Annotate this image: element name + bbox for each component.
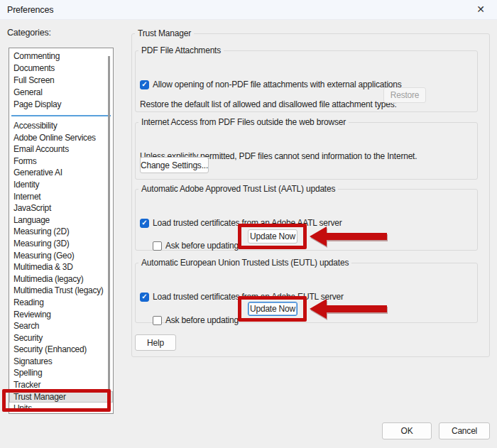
eutl-load-checkbox[interactable]: ✓ [140, 293, 149, 302]
dialog-title: Preferences [7, 5, 53, 15]
ok-button[interactable]: OK [382, 422, 432, 439]
sidebar-item-units[interactable]: Units [9, 403, 113, 414]
sidebar-item-trust-manager[interactable]: Trust Manager [9, 391, 113, 403]
sidebar-item-documents[interactable]: Documents [9, 62, 113, 75]
allow-non-pdf-label: Allow opening of non-PDF file attachment… [153, 80, 402, 89]
sidebar-item-forms[interactable]: Forms [9, 155, 113, 168]
sidebar-item-multimedia-trust-legacy[interactable]: Multimedia Trust (legacy) [9, 285, 113, 297]
help-button-label: Help [147, 338, 164, 348]
cancel-button-label: Cancel [452, 426, 477, 436]
sidebar-item-security[interactable]: Security [9, 332, 113, 344]
sidebar-item-javascript[interactable]: JavaScript [9, 202, 113, 214]
sidebar-item-security-enhanced[interactable]: Security (Enhanced) [9, 344, 113, 356]
eutl-group: Automatic European Union Trusted Lists (… [135, 258, 478, 323]
sidebar-item-spelling[interactable]: Spelling [9, 367, 113, 379]
sidebar-item-identity[interactable]: Identity [9, 179, 113, 191]
category-listbox: CommentingDocumentsFull ScreenGeneralPag… [9, 48, 114, 414]
sidebar-item-multimedia-legacy[interactable]: Multimedia (legacy) [9, 273, 113, 285]
aatl-group: Automatic Adobe Approved Trust List (AAT… [135, 184, 478, 251]
eutl-ask-label: Ask before updating [165, 315, 239, 325]
sidebar-item-reviewing[interactable]: Reviewing [9, 309, 113, 321]
aatl-legend: Automatic Adobe Approved Trust List (AAT… [138, 184, 338, 194]
sidebar-item-multimedia-3d[interactable]: Multimedia & 3D [9, 261, 113, 273]
categories-label: Categories: [7, 28, 51, 38]
allow-non-pdf-checkbox[interactable]: ✓ [140, 80, 149, 89]
title-bar: Preferences ✕ [0, 0, 497, 20]
pdf-attachments-legend: PDF File Attachments [138, 45, 224, 55]
cancel-button[interactable]: Cancel [439, 422, 490, 439]
check-icon: ✓ [141, 81, 147, 88]
sidebar-item-commenting[interactable]: Commenting [9, 50, 113, 62]
sidebar-item-reading[interactable]: Reading [9, 297, 113, 309]
trust-manager-legend: Trust Manager [135, 28, 194, 38]
sidebar-item-full-screen[interactable]: Full Screen [9, 75, 113, 87]
sidebar-item-generative-ai[interactable]: Generative AI [9, 167, 113, 179]
restore-default-text: Restore the default list of allowed and … [140, 99, 397, 109]
internet-access-legend: Internet Access from PDF Files outside t… [138, 117, 349, 127]
sidebar-item-search[interactable]: Search [9, 320, 113, 332]
sidebar-item-page-display[interactable]: Page Display [9, 99, 113, 111]
sidebar-item-signatures[interactable]: Signatures [9, 356, 113, 368]
sidebar-item-measuring-2d[interactable]: Measuring (2D) [9, 226, 113, 238]
close-button[interactable]: ✕ [471, 1, 490, 17]
aatl-update-now-button[interactable]: Update Now [248, 229, 297, 244]
sidebar-item-general[interactable]: General [9, 87, 113, 99]
eutl-update-now-label: Update Now [250, 304, 295, 314]
restore-button-label: Restore [390, 90, 420, 100]
sidebar-item-measuring-3d[interactable]: Measuring (3D) [9, 238, 113, 250]
restore-button[interactable]: Restore [383, 87, 426, 103]
aatl-load-checkbox[interactable]: ✓ [140, 219, 149, 228]
check-icon: ✓ [141, 219, 147, 226]
sidebar-item-internet[interactable]: Internet [9, 191, 113, 203]
category-list: CommentingDocumentsFull ScreenGeneralPag… [9, 48, 113, 414]
sidebar-item-measuring-geo[interactable]: Measuring (Geo) [9, 250, 113, 262]
check-icon: ✓ [141, 293, 147, 300]
change-settings-label: Change Settings... [141, 160, 208, 170]
eutl-legend: Automatic European Union Trusted Lists (… [138, 258, 351, 268]
eutl-update-now-button[interactable]: Update Now [248, 302, 297, 316]
separator-line [11, 115, 111, 116]
aatl-update-now-label: Update Now [250, 231, 295, 241]
pdf-attachments-group: PDF File Attachments ✓ Allow opening of … [135, 45, 478, 112]
sidebar-item-language[interactable]: Language [9, 214, 113, 226]
aatl-ask-checkbox[interactable] [153, 241, 162, 251]
aatl-ask-label: Ask before updating [165, 241, 239, 251]
eutl-load-label: Load trusted certificates from an Adobe … [153, 292, 344, 302]
change-settings-button[interactable]: Change Settings... [140, 157, 209, 173]
sidebar-item-email-accounts[interactable]: Email Accounts [9, 143, 113, 155]
eutl-ask-checkbox[interactable] [153, 316, 162, 325]
sidebar-item-tracker[interactable]: Tracker [9, 379, 113, 391]
ok-button-label: OK [401, 426, 413, 436]
close-icon: ✕ [476, 4, 485, 15]
aatl-load-label: Load trusted certificates from an Adobe … [153, 218, 342, 228]
list-scrollbar[interactable] [108, 56, 110, 408]
sidebar-item-accessibility[interactable]: Accessibility [9, 120, 113, 132]
help-button[interactable]: Help [135, 334, 176, 351]
list-separator [9, 111, 113, 120]
sidebar-item-adobe-online-services[interactable]: Adobe Online Services [9, 132, 113, 144]
preferences-dialog: Preferences ✕ Categories: CommentingDocu… [0, 0, 497, 448]
